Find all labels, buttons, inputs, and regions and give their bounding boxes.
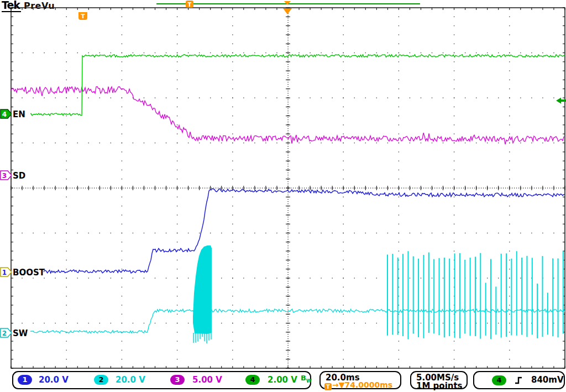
channel-3-scale: 5.00 V [192,375,222,385]
acquisition-mode-label: PreVu [24,1,55,11]
record-length: 1M points [416,381,463,391]
trigger-level-value: 840mV [531,375,564,385]
bw-sub: W [306,378,312,384]
svg-text:2: 2 [2,330,7,337]
expansion-point-triangle-icon[interactable] [283,8,292,14]
sw-burst-undershoot-spikes [193,333,211,343]
svg-text:4: 4 [2,111,7,118]
status-bar: 1 20.0 V 2 20.0 V 3 5.00 V 4 2.00 V BW 2… [0,370,566,392]
trigger-delay-readout: T→▼74.0000ms [324,380,392,390]
horizontal-readout[interactable]: 20.0ms T→▼74.0000ms [319,371,401,389]
svg-text:T: T [81,13,85,20]
waveform-display: 4EN3SD1BOOST2SWTT [0,0,566,392]
channel-4-position-tag[interactable]: 4 [1,109,12,118]
channel-scale-readouts[interactable]: 1 20.0 V 2 20.0 V 3 5.00 V 4 2.00 V BW [12,371,311,389]
channel-2-position-tag[interactable]: 2 [1,328,12,337]
sw-startup-burst [193,245,212,334]
svg-text:3: 3 [2,172,7,180]
svg-text:T: T [188,2,192,8]
channel-4-badge[interactable]: 4 [245,375,260,385]
delay-value: 74.0000ms [345,380,393,389]
svg-text:1: 1 [2,269,7,276]
channel-1-position-tag[interactable]: 1 [1,268,12,276]
acquisition-readout[interactable]: 5.00MS/s 1M points [410,371,468,389]
channel-2-scale: 20.0 V [116,375,145,385]
channel-2-badge[interactable]: 2 [94,375,108,385]
record-trigger-t-icon[interactable]: T [186,1,193,8]
header: TekPreVu [2,0,55,11]
channel-1-scale: 20.0 V [39,375,69,385]
waveform-label-sw: SW [13,328,28,338]
channel-4-scale: 2.00 V [268,375,297,385]
oscilloscope-screen: TekPreVu 4EN3SD1BOOST2SWTT 1 20.0 V 2 20… [0,0,566,392]
sw-pulse-train [387,251,563,339]
trigger-readout[interactable]: 4 840mV [473,371,565,389]
delay-marker-icon: ▼ [339,380,345,389]
graticule-dots [22,17,565,369]
waveform-label-boost: BOOST [13,268,45,278]
bandwidth-limit-badge: BW [301,374,312,384]
channel-3-badge[interactable]: 3 [170,375,185,385]
bw-main: B [301,374,306,382]
trigger-source-badge: 4 [492,375,506,385]
waveform-label-sd: SD [13,171,25,181]
channel-3-position-tag[interactable]: 3 [1,171,12,180]
trigger-position-flag[interactable]: T [78,12,87,20]
tek-logo: Tek [2,0,21,12]
delay-arrow: → [332,380,339,389]
center-crosshairs [11,8,565,368]
waveform-label-en: EN [13,109,25,119]
trigger-t-icon: T [324,383,332,390]
channel-1-badge[interactable]: 1 [18,375,32,385]
rising-edge-icon [514,375,524,385]
